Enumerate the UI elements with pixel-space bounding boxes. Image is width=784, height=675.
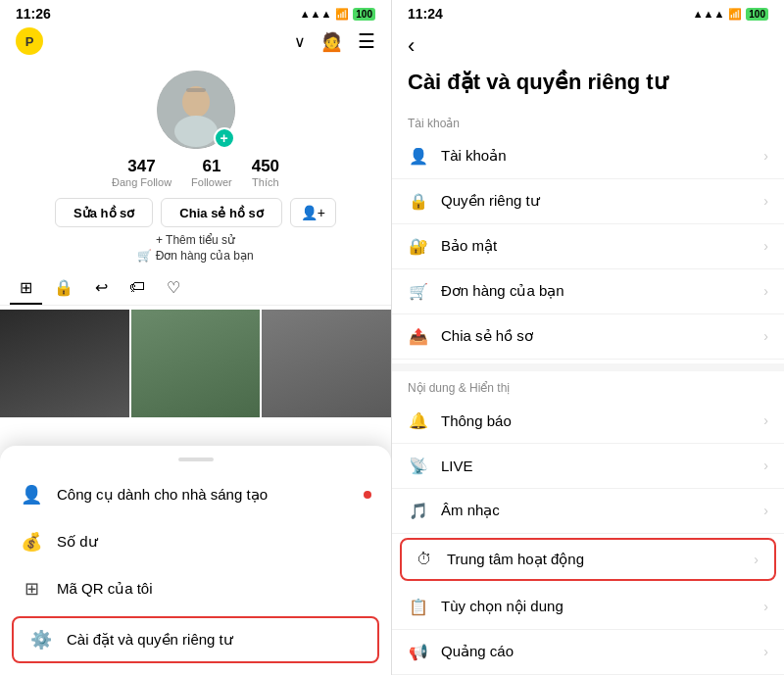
profile-nav-icon[interactable]: 🙍 xyxy=(319,29,344,53)
grid-cell-1 xyxy=(0,310,129,417)
chevron-right-icon-11: › xyxy=(763,644,768,659)
tab-lock[interactable]: 🔒 xyxy=(44,272,83,305)
tab-repost[interactable]: ↩ xyxy=(85,272,118,305)
nav-right: ∨ 🙍 ☰ xyxy=(294,29,375,53)
menu-item-content-pref[interactable]: 📋 Tùy chọn nội dung › xyxy=(392,585,784,630)
section-divider xyxy=(392,363,784,371)
stat-follower: 61 Follower xyxy=(191,157,232,188)
chevron-right-icon-6: › xyxy=(763,412,768,428)
sheet-handle xyxy=(178,458,214,461)
wifi-icon: 📶 xyxy=(335,8,349,21)
menu-item-notification[interactable]: 🔔 Thông báo › xyxy=(392,399,784,444)
signal-icon: ▲▲▲ xyxy=(300,8,332,20)
menu-item-activity[interactable]: ⏱ Trung tâm hoạt động › xyxy=(400,538,776,581)
chevron-right-icon-8: › xyxy=(763,503,768,518)
chevron-right-icon-3: › xyxy=(763,238,768,254)
media-grid xyxy=(0,310,391,417)
notification-dot xyxy=(364,491,371,499)
signal-icon-right: ▲▲▲ xyxy=(693,8,725,20)
add-avatar-button[interactable]: + xyxy=(214,127,235,149)
settings-icon: ⚙️ xyxy=(29,629,53,651)
activity-icon: ⏱ xyxy=(414,551,435,568)
wifi-icon-right: 📶 xyxy=(728,8,742,21)
menu-icon[interactable]: ☰ xyxy=(358,29,375,53)
live-icon: 📡 xyxy=(408,457,429,475)
right-phone: 11:24 ▲▲▲ 📶 100 ‹ Cài đặt và quyền riêng… xyxy=(392,0,784,675)
content-pref-icon: 📋 xyxy=(408,598,429,616)
sheet-item-balance[interactable]: 💰 Số dư xyxy=(0,518,391,565)
likes-label: Thích xyxy=(252,176,279,188)
menu-item-music[interactable]: 🎵 Âm nhạc › xyxy=(392,489,784,534)
menu-item-privacy[interactable]: 🔒 Quyền riêng tư › xyxy=(392,179,784,224)
creator-label: Công cụ dành cho nhà sáng tạo xyxy=(57,486,268,504)
ads-icon: 📢 xyxy=(408,643,429,661)
tab-heart[interactable]: ♡ xyxy=(157,272,190,305)
live-label: LIVE xyxy=(441,458,473,474)
activity-label: Trung tâm hoạt động xyxy=(447,551,584,568)
following-count: 347 xyxy=(127,157,155,176)
tab-tag[interactable]: 🏷 xyxy=(120,272,155,305)
menu-item-live[interactable]: 📡 LIVE › xyxy=(392,444,784,489)
follower-count: 61 xyxy=(202,157,220,176)
profile-section: + 347 Đang Follow 61 Follower 450 Thích … xyxy=(0,63,391,272)
music-icon: 🎵 xyxy=(408,502,429,520)
menu-item-orders[interactable]: 🛒 Đơn hàng của bạn › xyxy=(392,269,784,314)
left-status-bar: 11:26 ▲▲▲ 📶 100 xyxy=(0,0,391,25)
orders-link[interactable]: 🛒 Đơn hàng của bạn xyxy=(137,249,253,263)
left-time: 11:26 xyxy=(16,6,51,22)
add-bio-link[interactable]: + Thêm tiểu sử xyxy=(156,233,235,247)
battery-indicator: 100 xyxy=(353,8,375,21)
balance-icon: 💰 xyxy=(20,531,43,553)
chevron-right-icon-9: › xyxy=(754,552,759,567)
profile-links: + Thêm tiểu sử 🛒 Đơn hàng của bạn xyxy=(137,233,253,263)
music-label: Âm nhạc xyxy=(441,502,500,519)
notification-icon: 🔔 xyxy=(408,411,429,430)
stat-likes: 450 Thích xyxy=(252,157,279,188)
edit-profile-button[interactable]: Sửa hồ sơ xyxy=(55,198,153,227)
right-status-icons: ▲▲▲ 📶 100 xyxy=(693,8,768,21)
profile-initial[interactable]: P xyxy=(16,27,43,55)
privacy-icon: 🔒 xyxy=(408,192,429,211)
chevron-right-icon-7: › xyxy=(763,458,768,473)
add-person-icon: 👤+ xyxy=(301,205,325,220)
sheet-item-settings[interactable]: ⚙️ Cài đặt và quyền riêng tư xyxy=(12,616,379,663)
share-profile-label: Chia sẻ hồ sơ xyxy=(441,327,533,345)
chevron-right-icon-10: › xyxy=(763,599,768,614)
following-label: Đang Follow xyxy=(112,176,172,188)
likes-count: 450 xyxy=(252,157,279,176)
balance-label: Số dư xyxy=(57,533,98,551)
back-button[interactable]: ‹ xyxy=(408,33,415,59)
share-profile-button[interactable]: Chia sẻ hồ sơ xyxy=(161,198,281,227)
menu-item-security[interactable]: 🔐 Bảo mật › xyxy=(392,224,784,269)
chevron-down-icon[interactable]: ∨ xyxy=(294,32,306,51)
left-phone: 11:26 ▲▲▲ 📶 100 P ∨ 🙍 ☰ xyxy=(0,0,392,675)
page-title: Cài đặt và quyền riêng tư xyxy=(392,63,784,111)
avatar-container: + xyxy=(157,71,235,149)
qr-icon: ⊞ xyxy=(20,578,43,600)
privacy-label: Quyền riêng tư xyxy=(441,192,540,210)
right-header: ‹ xyxy=(392,25,784,63)
menu-item-account[interactable]: 👤 Tài khoản › xyxy=(392,134,784,179)
sheet-item-creator[interactable]: 👤 Công cụ dành cho nhà sáng tạo xyxy=(0,471,391,518)
right-status-bar: 11:24 ▲▲▲ 📶 100 xyxy=(392,0,784,25)
right-time: 11:24 xyxy=(408,6,443,22)
security-icon: 🔐 xyxy=(408,237,429,256)
chevron-right-icon-5: › xyxy=(763,328,768,344)
grid-cell-2 xyxy=(131,310,261,417)
grid-cell-3 xyxy=(262,310,391,417)
sheet-item-qr[interactable]: ⊞ Mã QR của tôi xyxy=(0,565,391,612)
svg-rect-3 xyxy=(186,88,206,92)
tab-grid[interactable]: ⊞ xyxy=(10,272,42,305)
chevron-right-icon-4: › xyxy=(763,283,768,299)
orders-label: Đơn hàng của bạn xyxy=(441,282,564,300)
battery-right: 100 xyxy=(746,8,768,21)
ads-label: Quảng cáo xyxy=(441,643,514,660)
action-buttons: Sửa hồ sơ Chia sẻ hồ sơ 👤+ xyxy=(55,198,336,227)
chevron-right-icon-2: › xyxy=(763,193,768,209)
add-friend-button[interactable]: 👤+ xyxy=(290,198,336,227)
stat-following: 347 Đang Follow xyxy=(112,157,172,188)
menu-item-ads[interactable]: 📢 Quảng cáo › xyxy=(392,630,784,675)
menu-item-share-profile[interactable]: 📤 Chia sẻ hồ sơ › xyxy=(392,314,784,360)
section2-label: Nội dung & Hiển thị xyxy=(392,375,784,399)
chevron-right-icon: › xyxy=(763,148,768,164)
